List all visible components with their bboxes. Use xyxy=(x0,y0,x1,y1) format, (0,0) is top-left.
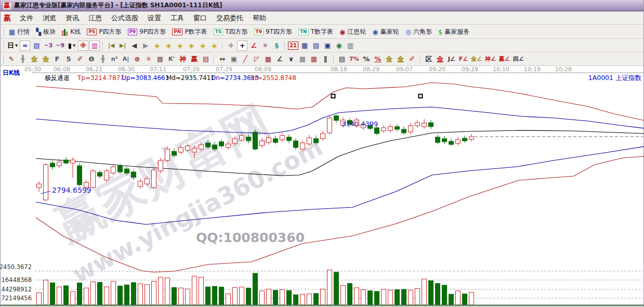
candle-style-button[interactable]: ▮▼ xyxy=(67,41,77,51)
marker-pen-tool[interactable]: ✐ xyxy=(407,54,417,64)
fib-levels2-tool[interactable]: ╫ xyxy=(98,54,108,64)
notes-button[interactable]: ▤ xyxy=(311,41,321,51)
gann-wheel-button[interactable]: ◉江恩轮 xyxy=(337,27,369,37)
expand-horizontal-button[interactable]: ◈ xyxy=(175,41,185,51)
wave-3-button[interactable]: ~3 xyxy=(43,41,54,51)
winner-wheel-button[interactable]: ◉赢家轮 xyxy=(370,27,401,37)
p-number-button[interactable]: PNP数字表 xyxy=(169,27,209,37)
save-button[interactable]: ▣ xyxy=(322,41,333,51)
angle-measure-button[interactable]: ∠ xyxy=(248,41,259,51)
percent-line-tool[interactable]: 7% xyxy=(348,54,360,64)
gann-web-tool[interactable]: ✳ xyxy=(143,54,154,64)
ying-angle-tool[interactable]: 赢∠ xyxy=(498,54,511,64)
mirror-tool[interactable]: A| xyxy=(121,54,131,64)
grid-red-tool[interactable]: ▦ xyxy=(309,54,319,64)
f-levels-tool[interactable]: F xyxy=(52,54,62,64)
web-box-tool[interactable]: ▩ xyxy=(263,54,273,64)
gold-levels2-tool[interactable]: 金 xyxy=(41,54,51,64)
gold-underline-tool[interactable]: 金 xyxy=(396,54,406,64)
indicator-value: Up=3083.4661 xyxy=(122,74,169,82)
k-note-tool[interactable]: K' xyxy=(166,54,177,64)
9p-square-button[interactable]: P99P四方形 xyxy=(125,27,169,37)
zigzag-pattern-button[interactable]: ≈ xyxy=(20,41,30,51)
shen-tool[interactable]: 神 xyxy=(178,54,188,64)
9t-square-button[interactable]: T99T四方形 xyxy=(252,27,295,37)
zoom-out-button[interactable]: ◈ xyxy=(152,41,162,51)
time-cycle-tool[interactable]: Θ xyxy=(86,54,97,64)
menu-file[interactable]: 文件 xyxy=(15,12,38,24)
next-page-button[interactable]: ▶ xyxy=(140,41,151,51)
fan-lines-tool[interactable]: ╱ xyxy=(240,54,251,64)
gold-levels-tool[interactable]: 金 xyxy=(29,54,40,64)
si-angle-tool[interactable]: 四∠ xyxy=(512,54,525,64)
first-bar-button[interactable]: |◀ xyxy=(106,41,116,51)
workstation-button[interactable]: ▥ xyxy=(345,41,356,51)
j-angle-tool[interactable]: J∠ xyxy=(446,54,457,64)
menu-settings[interactable]: 设置 xyxy=(143,12,166,24)
gann-grid-tool[interactable]: ▦ xyxy=(155,54,165,64)
p-square-button[interactable]: PSP四方形 xyxy=(84,27,124,37)
compress-view-button[interactable]: ◈ xyxy=(186,41,196,51)
spiral5-tool[interactable]: 5 xyxy=(63,54,74,64)
fit-screen-button[interactable]: ◈ xyxy=(209,41,219,51)
gold-red-tool[interactable]: 金 xyxy=(435,54,445,64)
gold-circle-tool[interactable]: 金 xyxy=(384,54,395,64)
last-bar-button[interactable]: ▶| xyxy=(117,41,128,51)
ruler-tool[interactable]: ▤ xyxy=(201,54,211,64)
parallel-lines-tool[interactable]: ∥ xyxy=(320,54,331,64)
calculator-button[interactable]: ▦ xyxy=(299,41,310,51)
menu-window[interactable]: 窗口 xyxy=(189,12,212,24)
volume-bar xyxy=(172,287,177,305)
expand-all-button[interactable]: ◈ xyxy=(198,41,208,51)
kline-button[interactable]: K线 xyxy=(59,27,83,37)
pen-knife-tool[interactable]: ✎ xyxy=(6,54,17,64)
calendar-button[interactable]: 21 xyxy=(288,42,298,50)
crosshair-button[interactable]: + xyxy=(237,41,247,51)
percent-underline-tool[interactable]: % xyxy=(373,54,383,64)
t-number-button[interactable]: TNT数字表 xyxy=(296,27,336,37)
flower-tool-button[interactable]: ✳ xyxy=(260,41,270,51)
menu-tools[interactable]: 工具 xyxy=(166,12,189,24)
quotes-button[interactable]: ▦行情 xyxy=(6,27,32,37)
knife2-tool[interactable]: ✐ xyxy=(75,54,85,64)
kline-chart[interactable]: 赢家财富网www.yingjia360.com2450.367221644836… xyxy=(1,66,644,306)
grid-gray-tool[interactable]: ▦ xyxy=(297,54,308,64)
prev-page-button[interactable]: ◀ xyxy=(129,41,139,51)
menu-gann[interactable]: 江恩 xyxy=(84,12,107,24)
wave-9-button[interactable]: ~9 xyxy=(55,41,65,51)
volume-profile-button[interactable]: ▥ xyxy=(89,41,100,51)
percent-tool[interactable]: % xyxy=(361,54,372,64)
fan-box-tool[interactable]: ◸ xyxy=(252,54,262,64)
width-measure-tool[interactable]: ↔ xyxy=(217,54,228,64)
gold-angle-tool[interactable]: 金∠ xyxy=(470,54,483,64)
n-square-tool[interactable]: n² xyxy=(109,54,120,64)
chip-distribution-button[interactable]: ※ xyxy=(78,41,88,51)
menu-view[interactable]: 浏览 xyxy=(38,12,61,24)
title-bar[interactable]: 赢 赢家江恩专业版[赢家内部服务平台] - [上证指数 SH1A0001-111… xyxy=(1,0,643,11)
ying-tool[interactable]: 赢 xyxy=(189,54,200,64)
f-angle-tool[interactable]: F∠ xyxy=(458,54,469,64)
hand-pan-button[interactable]: ✛ xyxy=(226,41,236,51)
hexagon-button[interactable]: ◎六角形 xyxy=(403,27,435,37)
shen-angle-tool[interactable]: 神∠ xyxy=(484,54,497,64)
info-panel-button[interactable]: ▤ xyxy=(31,41,42,51)
menu-formula-picker[interactable]: 公式选股 xyxy=(107,12,143,24)
volume-bar xyxy=(118,286,123,305)
menu-help[interactable]: 帮助 xyxy=(248,12,271,24)
menu-news[interactable]: 资讯 xyxy=(61,12,84,24)
wave-v-tool[interactable]: ∨ xyxy=(286,54,296,64)
t-square-button[interactable]: TST四方形 xyxy=(211,27,251,37)
angle-fan-tool[interactable]: ∠ xyxy=(274,54,285,64)
network-button[interactable]: ◉ xyxy=(334,41,344,51)
zoom-in-button[interactable]: ◈ xyxy=(163,41,174,51)
winner-service-button[interactable]: $赢家服务 xyxy=(436,27,472,37)
box-range-tool[interactable]: ▣ xyxy=(229,54,239,64)
compass-tool[interactable]: ⊕ xyxy=(132,54,142,64)
menu-trade[interactable]: 交易委托 xyxy=(212,12,248,24)
kline-period-button[interactable]: 日▼ xyxy=(6,41,19,51)
qu-angle-tool[interactable]: 区 xyxy=(424,54,434,64)
fib-levels-tool[interactable]: ╫ xyxy=(18,54,28,64)
sectors-button[interactable]: ▚板块 xyxy=(33,27,58,37)
brain-tool-button[interactable]: § xyxy=(271,41,282,51)
percent-table-tool[interactable]: ▤ xyxy=(337,54,347,64)
